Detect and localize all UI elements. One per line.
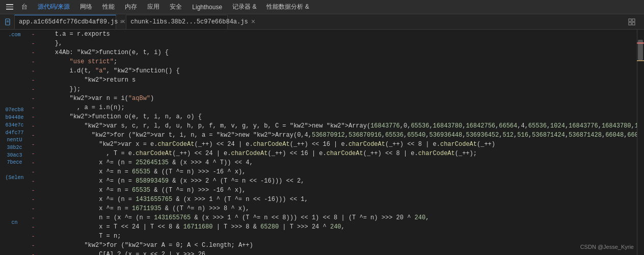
diff-sign: - [28, 149, 38, 158]
code-line-content: }, [38, 39, 637, 48]
sidebar-label: 38b2c [6, 143, 22, 150]
sidebar-label: 07ecb8 [4, 106, 23, 112]
menu-item-lighthouse[interactable]: Lighthouse [188, 3, 226, 12]
table-row: - C[A] ? (x = x << 2 | x >>> 26, [28, 250, 637, 255]
sidebar-label [14, 166, 15, 172]
code-line-content: "use strict"; [38, 57, 637, 66]
code-line-content: i.d(t, "a", "kw2">function() { [38, 66, 637, 75]
diff-sign: - [28, 204, 38, 213]
code-line-content: x ^= (n = 1431655765 & (x >>> 1 ^ (T ^= … [38, 195, 637, 204]
sidebar-left: .com07ecb8b9448e634e7cd4fc77nentU38b2c30… [0, 30, 28, 255]
table-row: - x ^= (n = 252645135 & (x >>> 4 ^ T)) <… [28, 158, 637, 167]
code-line-content: x = T << 24 | T << 8 & 16711680 | T >>> … [38, 222, 637, 232]
tab-chunk-file[interactable]: chunk-libs.38b2...5c97e66b84a.js × [126, 15, 228, 29]
code-line-content: }); [38, 85, 637, 94]
table-row: - x = T << 24 | T << 8 & 16711680 | T >>… [28, 222, 637, 232]
sidebar-label [14, 98, 15, 105]
sidebar-label [14, 75, 15, 82]
diff-sign: - [28, 94, 38, 103]
code-editor[interactable]: - t.a = r.exports- },- x4Ab: "kw2">funct… [28, 30, 637, 255]
code-lines: - t.a = r.exports- },- x4Ab: "kw2">funct… [28, 30, 637, 255]
diff-sign: - [28, 213, 38, 222]
diff-sign: - [28, 195, 38, 204]
diff-sign: - [28, 103, 38, 112]
svg-rect-6 [632, 22, 635, 25]
code-line-content: "kw2">var x = e.charCodeAt(_++) << 24 | … [38, 140, 637, 149]
table-row: - }, [28, 39, 637, 48]
code-line-content: "kw2">return s [38, 75, 637, 85]
sidebar-label [14, 45, 15, 52]
menu-bar: 台 源代码/来源 网络 性能 内存 应用 安全 Lighthouse 记录器 &… [0, 0, 644, 14]
sidebar-label [14, 68, 15, 75]
tab-close-chunk[interactable]: × [251, 18, 255, 26]
scroll-marker-2 [637, 60, 644, 61]
code-line-content: "kw2">var s, c, r, l, d, u, h, p, f, m, … [38, 121, 637, 131]
tab-main-label: app.a1c65d4fc776cdb4af89.js [19, 18, 118, 26]
menu-item-console[interactable]: 台 [17, 2, 32, 12]
sidebar-label: d4fc77 [4, 129, 23, 135]
diff-sign: - [28, 85, 38, 94]
menu-item-sources[interactable]: 源代码/来源 [34, 2, 74, 12]
tab-file-icon [2, 16, 14, 28]
menu-item-memory[interactable]: 内存 [121, 2, 141, 12]
diff-sign: - [28, 112, 38, 121]
table-row: - "kw2">var s, c, r, l, d, u, h, p, f, m… [28, 121, 637, 131]
tab-grid-icon[interactable] [626, 16, 638, 28]
table-row: - x4Ab: "kw2">function(e, t, i) { [28, 48, 637, 57]
tab-chunk-label: chunk-libs.38b2...5c97e66b84a.js [130, 18, 248, 26]
menu-item-performance[interactable]: 性能 [98, 2, 119, 12]
sidebar-label [14, 188, 15, 195]
diff-sign: - [28, 30, 38, 39]
table-row: - "kw2">var n = i("aqBw") [28, 94, 637, 103]
code-line-content: x ^= n = 65535 & ((T ^= n) >>> -16 ^ x), [38, 167, 637, 176]
sidebar-label: 30ac3 [6, 151, 22, 158]
sidebar-label [14, 196, 15, 202]
menu-dots-icon[interactable] [4, 2, 15, 12]
diff-sign: - [28, 250, 38, 255]
code-line-content: , T = e.charCodeAt(_++) << 24 | e.charCo… [38, 149, 637, 158]
code-line-content: "kw2">var n = i("aqBw") [38, 94, 637, 103]
code-line-content: "kw2">function o(e, t, i, n, a, o) { [38, 112, 637, 121]
table-row: - x ^= n = 65535 & ((T ^= n) >>> -16 ^ x… [28, 186, 637, 195]
code-line-content: t.a = r.exports [38, 30, 637, 39]
code-line-content: n = (x ^= (n = 1431655765 & (x >>> 1 ^ (… [38, 213, 637, 222]
diff-sign: - [28, 57, 38, 66]
sidebar-label: cn [10, 218, 17, 225]
table-row: - "use strict"; [28, 57, 637, 66]
sidebar-label [14, 226, 15, 233]
sidebar-label [14, 83, 15, 90]
svg-rect-3 [629, 19, 631, 21]
code-line-content: x ^= (n = 252645135 & (x >>> 4 ^ T)) << … [38, 158, 637, 167]
svg-rect-4 [632, 19, 635, 21]
sidebar-label: nentU [6, 136, 22, 142]
diff-sign: - [28, 167, 38, 176]
table-row: - i.d(t, "a", "kw2">function() { [28, 66, 637, 75]
sidebar-label: 7bece [6, 158, 22, 165]
code-line-content: x ^= n = 65535 & ((T ^= n) >>> -16 ^ x), [38, 186, 637, 195]
sidebar-label: b9448e [4, 113, 23, 120]
table-row: - x ^= n = 65535 & ((T ^= n) >>> -16 ^ x… [28, 167, 637, 176]
sidebar-label [14, 53, 15, 60]
svg-rect-5 [629, 22, 631, 25]
tab-main-file[interactable]: app.a1c65d4fc776cdb4af89.js × [14, 15, 116, 29]
diff-sign: - [28, 66, 38, 75]
menu-item-network[interactable]: 网络 [76, 2, 96, 12]
table-row: - "kw2">var x = e.charCodeAt(_++) << 24 … [28, 140, 637, 149]
table-row: - "kw2">for ("kw2">var t, i, n, a = "kw2… [28, 131, 637, 140]
tab-bar: app.a1c65d4fc776cdb4af89.js × › chunk-li… [0, 14, 644, 30]
sidebar-label [14, 203, 15, 210]
tab-close-main[interactable]: × [121, 18, 125, 26]
code-line-content: "kw2">for ("kw2">var A = 0; A < C.length… [38, 241, 637, 250]
menu-item-security[interactable]: 安全 [166, 2, 186, 12]
table-row: - x ^= n = 16711935 & ((T ^= n) >>> 8 ^ … [28, 204, 637, 213]
diff-sign: - [28, 232, 38, 241]
code-line-content: , a = i.n(n); [38, 103, 637, 112]
diff-sign: - [28, 121, 38, 131]
code-line-content: "kw2">for ("kw2">var t, i, n, a = "kw2">… [38, 131, 637, 140]
menu-item-recorder[interactable]: 记录器 & [228, 2, 260, 12]
minimap-scrollbar[interactable] [637, 30, 644, 255]
diff-sign: - [28, 176, 38, 186]
diff-sign: - [28, 140, 38, 149]
menu-item-perf-data[interactable]: 性能数据分析 & [262, 2, 313, 12]
menu-item-application[interactable]: 应用 [143, 2, 164, 12]
